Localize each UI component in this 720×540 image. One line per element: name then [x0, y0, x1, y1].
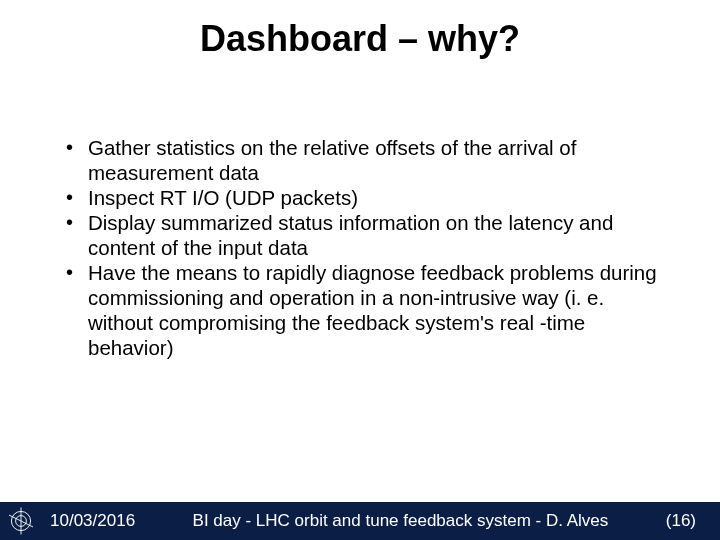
list-item: Display summarized status information on… — [60, 210, 665, 260]
slide: Dashboard – why? Gather statistics on th… — [0, 0, 720, 540]
list-item: Gather statistics on the relative offset… — [60, 135, 665, 185]
slide-body: Gather statistics on the relative offset… — [60, 135, 665, 360]
bullet-list: Gather statistics on the relative offset… — [60, 135, 665, 360]
footer-date: 10/03/2016 — [50, 511, 135, 531]
list-item: Have the means to rapidly diagnose feedb… — [60, 260, 665, 360]
slide-footer: 10/03/2016 BI day - LHC orbit and tune f… — [0, 502, 720, 540]
list-item: Inspect RT I/O (UDP packets) — [60, 185, 665, 210]
footer-center-text: BI day - LHC orbit and tune feedback sys… — [135, 511, 666, 531]
slide-title: Dashboard – why? — [0, 18, 720, 60]
footer-page-number: (16) — [666, 511, 696, 531]
cern-logo-icon — [6, 506, 36, 536]
